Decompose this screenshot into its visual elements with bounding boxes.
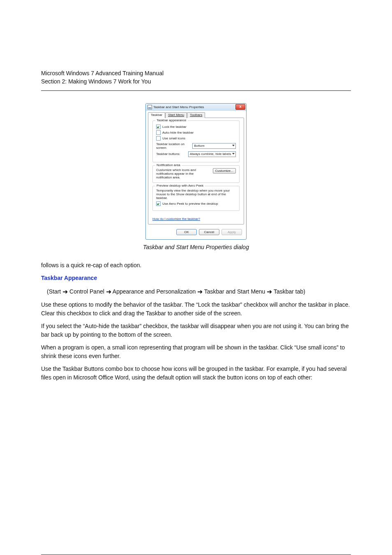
ok-button[interactable]: OK [176,229,197,235]
paragraph-intro: follows is a quick re-cap of each option… [41,261,351,270]
right-arrow-icon: ➜ [267,288,272,295]
group-taskbar-appearance: Taskbar appearance Lock the taskbar Auto… [152,120,240,162]
paragraph-lock-taskbar: Use these options to modify the behavior… [41,301,351,318]
dialog-titlebar: Taskbar and Start Menu Properties x [146,104,246,111]
path-start: (Start [47,288,62,295]
window-icon [148,105,152,109]
group-appearance-title: Taskbar appearance [155,118,188,122]
paragraph-autohide: If you select the “Auto-hide the taskbar… [41,322,351,339]
close-icon[interactable]: x [235,104,245,110]
footer-divider [41,555,351,555]
chevron-down-icon [232,153,235,155]
chevron-down-icon [232,145,235,146]
checkbox-lock-taskbar[interactable] [156,125,161,129]
combo-taskbar-location[interactable]: Bottom [192,143,236,149]
right-arrow-icon: ➜ [106,288,111,295]
heading-taskbar-appearance-text: Taskbar Appearance [41,275,97,281]
tab-taskbar[interactable]: Taskbar [148,112,165,118]
tab-startmenu[interactable]: Start Menu [165,112,187,118]
combo-location-value: Bottom [194,144,204,148]
help-link-customize-taskbar[interactable]: How do I customize the taskbar? [152,217,200,221]
tab-body: Taskbar appearance Lock the taskbar Auto… [148,118,244,224]
checkbox-aero-peek[interactable] [156,201,161,206]
label-taskbar-buttons: Taskbar buttons: [156,152,180,156]
figure-caption: Taskbar and Start Menu Properties dialog [41,244,351,250]
checkbox-autohide[interactable] [156,130,161,135]
path-appearance: Appearance and Personalization [113,288,197,295]
peek-text: Temporarily view the desktop when you mo… [156,189,236,200]
page-title-line1: Microsoft Windows 7 Advanced Training Ma… [41,70,351,76]
paragraph-buttons-combo: Use the Taskbar Buttons combo box to cho… [41,365,351,382]
header-divider [41,90,351,91]
notification-text: Customize which icons and notifications … [156,168,210,179]
apply-button: Apply [221,229,242,235]
label-autohide: Auto-hide the taskbar [162,131,194,134]
right-arrow-icon: ➜ [62,288,68,295]
label-taskbar-location: Taskbar location on screen: [156,142,192,150]
group-notification-title: Notification area [155,163,182,167]
label-small-icons: Use small icons [162,136,185,140]
control-panel-path: (Start ➜ Control Panel ➜ Appearance and … [47,287,351,296]
tab-toolbars[interactable]: Toolbars [187,112,205,118]
label-aero-peek: Use Aero Peek to preview the desktop [162,202,218,206]
checkbox-small-icons[interactable] [156,136,161,141]
right-arrow-icon: ➜ [197,288,203,295]
cancel-button[interactable]: Cancel [199,229,219,235]
paragraph-small-icons: When a program is open, a small icon rep… [41,343,351,361]
label-lock-taskbar: Lock the taskbar [162,125,187,129]
path-taskbarmenu: Taskbar and Start Menu [204,288,267,295]
dialog-title: Taskbar and Start Menu Properties [153,105,204,109]
path-controlpanel: Control Panel [69,288,106,295]
figure-wrapper: Taskbar and Start Menu Properties x Task… [41,103,351,240]
path-tab: Taskbar tab) [274,288,305,295]
properties-dialog: Taskbar and Start Menu Properties x Task… [145,103,247,240]
customize-button[interactable]: Customize... [213,168,236,173]
group-aero-peek: Preview desktop with Aero Peek Temporari… [152,186,240,211]
combo-taskbar-buttons[interactable]: Always combine, hide labels [188,151,236,157]
section-heading-taskbar-appearance: Taskbar Appearance [41,274,351,282]
group-notification-area: Notification area Customize which icons … [152,165,240,183]
group-peek-title: Preview desktop with Aero Peek [155,184,205,187]
tab-strip: Taskbar Start Menu Toolbars [148,112,246,118]
combo-buttons-value: Always combine, hide labels [190,152,231,156]
dialog-button-row: OK Cancel Apply [146,227,246,239]
page-title-line2: Section 2: Making Windows 7 Work for You [41,78,351,85]
